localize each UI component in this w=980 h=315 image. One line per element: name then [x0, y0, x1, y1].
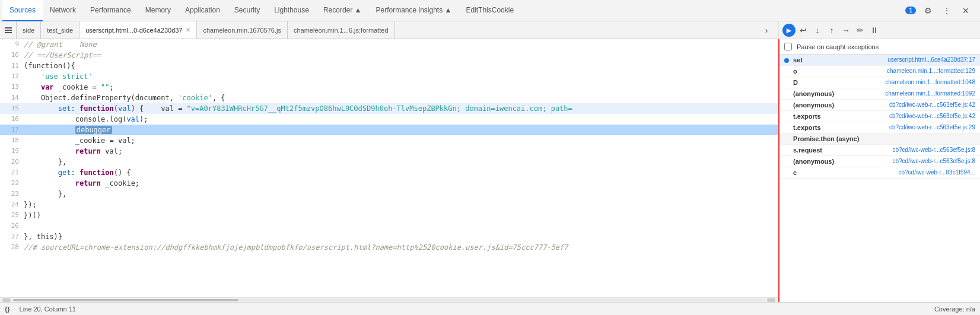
- nav-right-icons: 1 ⚙ ⋮ ✕: [905, 4, 978, 18]
- code-line-16: 16 console.log(val);: [0, 114, 778, 125]
- close-tab-icon[interactable]: ✕: [186, 27, 190, 33]
- code-line-23: 23 },: [0, 189, 778, 199]
- code-line-20: 20 },: [0, 157, 778, 167]
- code-line-25: 25 })(): [0, 210, 778, 221]
- scroll-thumb[interactable]: [13, 299, 238, 301]
- call-stack-item-1[interactable]: o chameleon.min.1...:formatted:129: [779, 66, 980, 77]
- call-stack-item-0[interactable]: set userscript.html...6ce4a230d37:17: [779, 55, 980, 66]
- scroll-right-btn[interactable]: [767, 298, 775, 302]
- nav-tab-sources[interactable]: Sources: [2, 0, 43, 21]
- call-stack-item-4[interactable]: (anonymous) cb?cd/iwc-web-r...c563ef5e.j…: [779, 100, 980, 111]
- code-line-10: 10 // ==/UserScript==: [0, 50, 778, 61]
- more-tabs-icon[interactable]: ›: [759, 23, 774, 37]
- code-line-9: 9 // @grant None: [0, 39, 778, 50]
- call-stack-item-8[interactable]: s.request cb?cd/iwc-web-r...c563ef5e.js:…: [779, 145, 980, 156]
- nav-tab-memory[interactable]: Memory: [138, 0, 178, 21]
- debug-toolbar: ► ↩ ↓ ↑ → ✏ ⏸: [778, 21, 980, 39]
- scroll-track[interactable]: [13, 299, 765, 301]
- file-tabs-right: ›: [755, 23, 778, 37]
- code-line-15: 15 set: function(val) { val = "v=A0rY83I…: [0, 103, 778, 114]
- call-stack-item-10[interactable]: c cb?cd/iwc-web-r...83c1f594...: [779, 167, 980, 179]
- call-stack-item-7[interactable]: Promise.then (async): [779, 133, 980, 145]
- code-line-18: 18 _cookie = val;: [0, 135, 778, 146]
- nav-tab-security[interactable]: Security: [227, 0, 267, 21]
- pause-exceptions-label: Pause on caught exceptions: [797, 43, 879, 50]
- file-tab-side[interactable]: side: [17, 21, 41, 39]
- nav-tab-lighthouse[interactable]: Lighthouse: [267, 0, 316, 21]
- code-line-11: 11 (function(){: [0, 61, 778, 71]
- devtools-badge: 1: [905, 7, 916, 14]
- nav-tab-network[interactable]: Network: [43, 0, 83, 21]
- right-panel: Pause on caught exceptions set userscrip…: [778, 39, 980, 302]
- scroll-left-btn[interactable]: [2, 298, 11, 302]
- step-btn[interactable]: →: [839, 24, 852, 37]
- code-line-19: 19 return val;: [0, 146, 778, 157]
- code-line-26: 26: [0, 221, 778, 231]
- code-line-27: 27 }, this)}: [0, 231, 778, 242]
- step-out-btn[interactable]: ↑: [825, 24, 838, 37]
- code-line-17: 17 debugger: [0, 125, 778, 135]
- step-into-btn[interactable]: ↓: [811, 24, 824, 37]
- horizontal-scrollbar[interactable]: [0, 297, 778, 302]
- close-icon-btn[interactable]: ✕: [959, 4, 973, 18]
- coverage-status: Coverage: n/a: [934, 306, 975, 313]
- nav-tab-recorder[interactable]: Recorder ▲: [316, 0, 369, 21]
- sidebar-toggle-btn[interactable]: [0, 21, 17, 39]
- file-tabs-row: side test_side userscript.html...0-d6ce4…: [0, 21, 980, 39]
- code-line-24: 24 });: [0, 199, 778, 210]
- nav-tab-performance[interactable]: Performance: [83, 0, 138, 21]
- svg-rect-0: [5, 27, 12, 28]
- nav-tab-performance-insights[interactable]: Performance insights ▲: [368, 0, 459, 21]
- file-tab-testside[interactable]: test_side: [41, 21, 79, 39]
- file-tabs: side test_side userscript.html...0-d6ce4…: [0, 21, 778, 39]
- call-stack-item-5[interactable]: t.exports cb?cd/iwc-web-r...c563ef5e.js:…: [779, 111, 980, 122]
- code-line-12: 12 'use strict': [0, 71, 778, 82]
- svg-rect-2: [5, 32, 12, 33]
- code-line-21: 21 get: function() {: [0, 167, 778, 178]
- call-stack: set userscript.html...6ce4a230d37:17 o c…: [779, 55, 980, 302]
- call-stack-item-3[interactable]: (anonymous) chameleon.min.1...formatted:…: [779, 88, 980, 100]
- more-icon-btn[interactable]: ⋮: [940, 4, 954, 18]
- pause-exceptions-row: Pause on caught exceptions: [779, 39, 980, 55]
- pause-btn[interactable]: ⏸: [868, 24, 881, 37]
- svg-rect-1: [5, 30, 12, 31]
- status-bar: {} Line 20, Column 11 Coverage: n/a: [0, 302, 980, 315]
- settings-icon-btn[interactable]: ⚙: [921, 4, 935, 18]
- cursor-position: Line 20, Column 11: [20, 306, 76, 313]
- pause-exceptions-checkbox[interactable]: [784, 43, 792, 50]
- call-stack-item-6[interactable]: t.exports cb?cd/iwc-web-r...c563ef5e.js:…: [779, 122, 980, 133]
- code-editor[interactable]: 9 // @grant None 10 // ==/UserScript== 1…: [0, 39, 778, 302]
- file-tab-chameleon2[interactable]: chameleon.min.1...6.js:formatted: [288, 21, 395, 39]
- top-nav: Sources Network Performance Memory Appli…: [0, 0, 980, 21]
- code-line-13: 13 var _cookie = "";: [0, 82, 778, 93]
- step-over-btn[interactable]: ↩: [797, 24, 810, 37]
- code-line-22: 22 return _cookie;: [0, 178, 778, 189]
- code-panel: 9 // @grant None 10 // ==/UserScript== 1…: [0, 39, 778, 302]
- file-tab-userscript[interactable]: userscript.html...0-d6ce4a230d37 ✕: [79, 21, 197, 39]
- call-stack-item-2[interactable]: D chameleon.min.1...formatted:1048: [779, 77, 980, 88]
- nav-tab-editthiscookie[interactable]: EditThisCookie: [459, 0, 521, 21]
- file-tab-chameleon1[interactable]: chameleon.min.1670576.js: [197, 21, 287, 39]
- deactivate-btn[interactable]: ✏: [854, 24, 867, 37]
- code-icon: {}: [5, 306, 10, 313]
- call-stack-item-9[interactable]: (anonymous) cb?cd/iwc-web-r...c563ef5e.j…: [779, 156, 980, 167]
- code-line-28: 28 //# sourceURL=chrome-extension://dhdg…: [0, 242, 778, 253]
- current-frame-dot: [784, 58, 789, 63]
- code-line-14: 14 Object.defineProperty(document, 'cook…: [0, 93, 778, 103]
- main-area: 9 // @grant None 10 // ==/UserScript== 1…: [0, 39, 980, 302]
- nav-tab-application[interactable]: Application: [178, 0, 227, 21]
- resume-btn[interactable]: ►: [782, 24, 796, 37]
